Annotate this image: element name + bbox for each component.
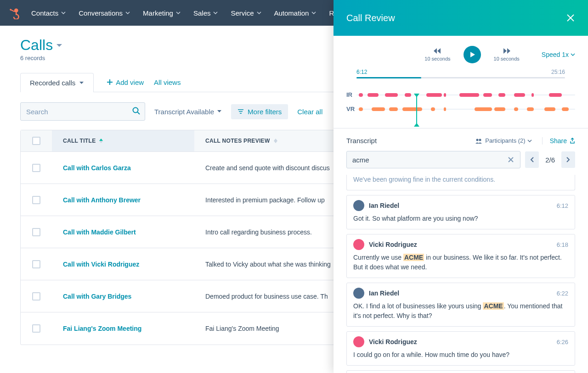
call-review-panel: Call Review 10 seconds 10 seconds Speed … (334, 0, 588, 373)
message-body: I could go on for a while. How much time… (353, 350, 568, 360)
column-call-title[interactable]: CALL TITLE (52, 130, 194, 151)
message-body: Got it. So what platform are you using n… (353, 214, 568, 223)
transcript-message[interactable]: Ian Leaman 6:29 (346, 370, 575, 373)
avatar (353, 239, 364, 250)
transcript-message[interactable]: Vicki Rodriguez 6:26 I could go on for a… (346, 331, 575, 366)
nav-contacts[interactable]: Contacts (31, 9, 66, 17)
clear-icon[interactable] (507, 156, 514, 163)
transcript-message[interactable]: Vicki Rodriguez 6:18 Currently we use AC… (346, 234, 575, 278)
plus-icon (107, 79, 113, 85)
more-filters-button[interactable]: More filters (231, 104, 288, 119)
rewind-10-button[interactable]: 10 seconds (424, 48, 450, 61)
sort-icon (274, 139, 277, 143)
chevron-down-icon (311, 11, 316, 14)
progress-bar[interactable] (356, 77, 565, 78)
sort-icon (99, 139, 103, 143)
row-checkbox[interactable] (32, 196, 40, 204)
total-time: 25:16 (551, 69, 565, 75)
svg-line-4 (137, 112, 140, 114)
message-timestamp: 6:26 (557, 339, 568, 345)
row-checkbox[interactable] (32, 324, 40, 333)
nav-sales[interactable]: Sales (193, 9, 218, 17)
speaker-track-ir[interactable] (356, 95, 575, 95)
next-result-button[interactable] (561, 151, 575, 168)
share-button[interactable]: Share (542, 137, 575, 145)
chevron-down-icon (213, 11, 218, 14)
speed-selector[interactable]: Speed 1x (542, 51, 575, 58)
caret-down-icon (79, 81, 84, 85)
transcript-message[interactable]: We've been growing fine in the current c… (346, 175, 575, 190)
message-body: OK. I find a lot of businesses like your… (353, 301, 568, 321)
search-input[interactable] (20, 102, 145, 121)
avatar (353, 200, 364, 211)
chevron-down-icon (61, 11, 66, 14)
transcript-heading: Transcript (346, 137, 377, 145)
filter-transcript-available[interactable]: Transcript Available (154, 108, 222, 116)
add-view-button[interactable]: Add view (107, 78, 144, 86)
chevron-down-icon (176, 11, 181, 14)
message-body: Currently we use ACME in our business. W… (353, 253, 568, 272)
nav-marketing[interactable]: Marketing (143, 9, 181, 17)
call-title-link[interactable]: Call with Maddie Gilbert (52, 228, 194, 236)
svg-point-9 (479, 139, 481, 141)
transcript-list[interactable]: We've been growing fine in the current c… (346, 175, 575, 373)
panel-header: Call Review (334, 0, 588, 36)
prev-result-button[interactable] (525, 151, 539, 168)
call-title-link[interactable]: Call with Carlos Garza (52, 164, 194, 172)
search-result-count: 2/6 (543, 156, 557, 164)
svg-point-3 (133, 108, 138, 113)
audio-player: 10 seconds 10 seconds Speed 1x 6:12 25:1… (334, 36, 588, 128)
row-checkbox[interactable] (32, 228, 40, 236)
search-icon[interactable] (132, 107, 141, 115)
track-label-vr: VR (346, 106, 356, 112)
nav-conversations[interactable]: Conversations (79, 9, 130, 17)
call-title-link[interactable]: Call with Anthony Brewer (52, 196, 194, 204)
svg-point-8 (476, 139, 479, 141)
call-title-link[interactable]: Call with Gary Bridges (52, 293, 194, 300)
chevron-down-icon (257, 11, 261, 14)
tab-recorded-calls[interactable]: Recorded calls (20, 73, 94, 92)
chevron-down-icon (527, 139, 532, 142)
transcript-message[interactable]: Ian Riedel 6:12 Got it. So what platform… (346, 195, 575, 229)
row-checkbox[interactable] (32, 260, 40, 268)
message-timestamp: 6:22 (557, 290, 568, 297)
page-title: Calls (20, 37, 53, 54)
filter-icon (237, 109, 244, 114)
avatar (353, 336, 364, 347)
play-button[interactable] (464, 46, 481, 63)
current-time: 6:12 (356, 69, 367, 75)
message-body: We've been growing fine in the current c… (353, 175, 568, 184)
speaker-name: Vicki Rodriguez (369, 338, 557, 345)
message-timestamp: 6:12 (557, 202, 568, 209)
call-title-link[interactable]: Fai Liang's Zoom Meeting (52, 325, 194, 332)
caret-down-icon (217, 110, 222, 113)
all-views-link[interactable]: All views (154, 78, 181, 86)
panel-title: Call Review (346, 13, 395, 23)
speaker-track-vr[interactable] (356, 109, 575, 110)
svg-point-0 (14, 8, 18, 12)
nav-automation[interactable]: Automation (274, 9, 317, 17)
participants-dropdown[interactable]: Participants (2) (475, 137, 534, 144)
row-checkbox[interactable] (32, 164, 40, 172)
message-timestamp: 6:18 (557, 241, 568, 248)
people-icon (475, 138, 482, 144)
nav-service[interactable]: Service (231, 9, 261, 17)
share-icon (570, 138, 575, 144)
hubspot-logo (7, 6, 20, 19)
select-all-checkbox[interactable] (32, 137, 40, 145)
speaker-name: Ian Riedel (369, 289, 557, 297)
clear-all-link[interactable]: Clear all (297, 108, 322, 116)
dropdown-icon[interactable] (56, 43, 63, 48)
playhead[interactable] (416, 96, 417, 124)
row-checkbox[interactable] (32, 292, 40, 301)
forward-10-button[interactable]: 10 seconds (494, 48, 520, 61)
close-icon[interactable] (566, 13, 575, 22)
speaker-name: Ian Riedel (369, 202, 557, 209)
chevron-down-icon (125, 11, 130, 14)
avatar (353, 288, 364, 299)
speaker-name: Vicki Rodriguez (369, 241, 557, 248)
transcript-search-input[interactable] (352, 156, 507, 164)
transcript-message[interactable]: Ian Riedel 6:22 OK. I find a lot of busi… (346, 283, 575, 327)
chevron-down-icon (571, 53, 575, 56)
call-title-link[interactable]: Call with Vicki Rodriguez (52, 261, 194, 268)
